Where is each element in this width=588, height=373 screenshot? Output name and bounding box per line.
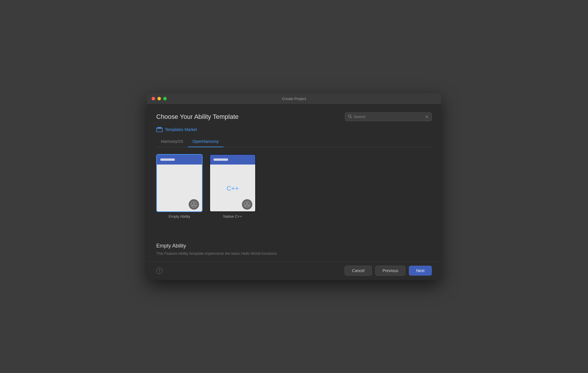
description-text: This Feature Ability template implements… <box>156 251 432 256</box>
search-icon <box>348 115 352 119</box>
svg-line-16 <box>246 203 247 206</box>
svg-point-12 <box>244 202 250 207</box>
templates-market-link[interactable]: Templates Market <box>165 127 197 132</box>
next-button[interactable]: Next <box>409 266 432 276</box>
cancel-button[interactable]: Cancel <box>345 266 372 276</box>
card-header-empty <box>157 155 202 165</box>
minimize-button[interactable] <box>157 97 161 100</box>
template-card-empty-ability[interactable]: Empty Ability <box>156 154 203 219</box>
footer: ? Cancel Previous Next <box>147 261 441 280</box>
description-section: Empty Ability This Feature Ability templ… <box>156 237 432 261</box>
cpp-label: C++ <box>227 185 239 192</box>
template-card-inner-cpp: C++ <box>210 154 256 212</box>
svg-line-10 <box>194 203 195 206</box>
card-body-empty <box>157 165 202 212</box>
svg-rect-4 <box>157 128 162 129</box>
svg-line-1 <box>351 117 352 118</box>
previous-button[interactable]: Previous <box>375 266 405 276</box>
template-card-native-cpp[interactable]: C++ <box>210 154 256 219</box>
svg-line-9 <box>192 203 194 206</box>
search-input[interactable] <box>354 115 423 119</box>
footer-buttons: Cancel Previous Next <box>345 266 432 276</box>
card-header-cpp <box>210 155 255 165</box>
native-cpp-badge <box>242 199 252 210</box>
main-content: Choose Your Ability Template ✕ <box>147 104 441 261</box>
card-body-cpp: C++ <box>210 165 255 212</box>
tab-harmonyos[interactable]: HarmonyOS <box>156 137 188 147</box>
tabs: HarmonyOS OpenHarmony <box>156 137 432 147</box>
window-title: Create Project <box>282 97 306 101</box>
svg-line-17 <box>247 203 249 206</box>
title-bar: Create Project <box>147 93 441 104</box>
market-icon <box>156 127 163 132</box>
template-card-inner-empty <box>156 154 203 212</box>
svg-point-5 <box>191 202 197 207</box>
description-title: Empty Ability <box>156 243 432 249</box>
search-clear-icon[interactable]: ✕ <box>425 115 429 119</box>
card-header-bar-cpp <box>214 158 228 161</box>
header-row: Choose Your Ability Template ✕ <box>156 112 432 121</box>
card-header-bar <box>160 158 175 161</box>
tab-openharmony[interactable]: OpenHarmony <box>188 137 223 147</box>
template-grid: Empty Ability C++ <box>156 154 432 219</box>
page-title: Choose Your Ability Template <box>156 113 239 121</box>
maximize-button[interactable] <box>163 97 167 100</box>
traffic-lights <box>152 97 167 100</box>
template-name-cpp: Native C++ <box>223 214 242 219</box>
empty-ability-badge <box>189 199 199 210</box>
search-box[interactable]: ✕ <box>345 112 432 121</box>
market-row: Templates Market <box>156 127 432 132</box>
close-button[interactable] <box>152 97 155 100</box>
template-name-empty: Empty Ability <box>169 214 190 219</box>
create-project-window: Create Project Choose Your Ability Templ… <box>147 93 441 280</box>
help-icon[interactable]: ? <box>156 267 163 274</box>
